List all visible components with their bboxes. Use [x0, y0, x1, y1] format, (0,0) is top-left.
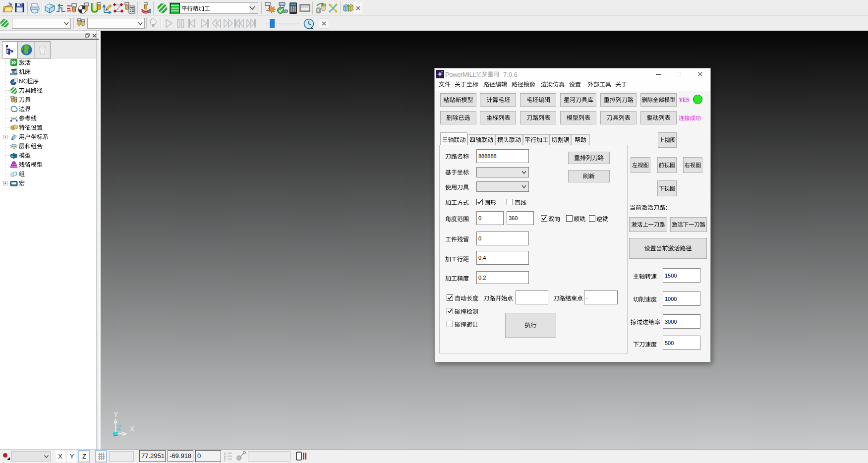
svg-text:Z: Z: [117, 423, 121, 432]
svg-text:z: z: [224, 458, 226, 461]
svg-text:Y: Y: [114, 410, 118, 418]
svg-text:X: X: [130, 425, 135, 433]
